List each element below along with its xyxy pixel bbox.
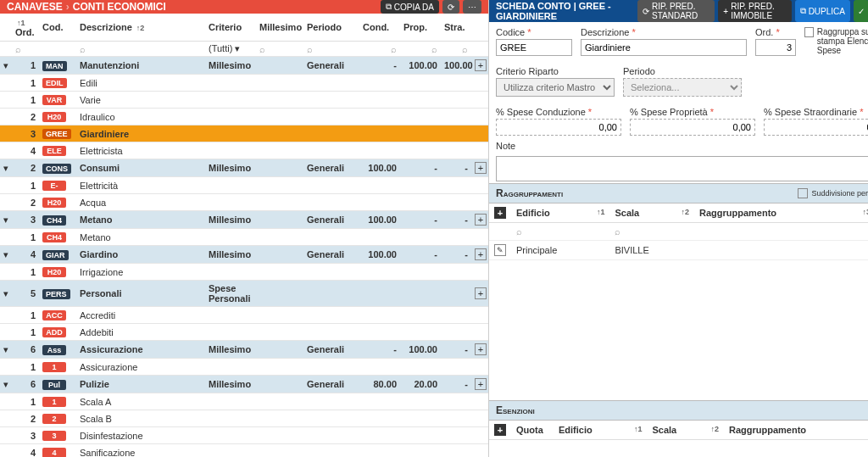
expand-toggle[interactable]: ▾ [0,341,12,359]
add-child-button[interactable]: + [475,214,487,226]
search-ord[interactable]: ⌕ [15,44,21,54]
stra-input[interactable] [764,119,868,136]
expand-toggle[interactable]: ▾ [0,211,12,229]
expand-toggle[interactable]: ▾ [0,246,12,264]
child-row[interactable]: 1E-Elettricità [0,177,488,194]
col-prop[interactable]: Prop. [400,14,441,42]
master-row[interactable]: ▾1MANManutenzioniMillesimoGenerali-100.0… [0,57,488,75]
ragg-search-edif[interactable]: ⌕ [516,226,522,237]
col-crit[interactable]: Criterio [205,14,256,42]
search-mill[interactable]: ⌕ [259,44,265,54]
child-row[interactable]: 11Scala A [0,393,488,410]
add-child-button[interactable]: + [475,343,487,355]
menu-button[interactable]: ⋯ [463,0,481,14]
child-row[interactable]: 1CH4Metano [0,229,488,246]
ragg-col-ragg[interactable]: Raggruppamento ↑3 [694,203,868,223]
save-button[interactable]: ✓ [854,0,868,22]
copia-da-button[interactable]: ⧉COPIA DA [381,0,439,14]
expand-toggle[interactable] [0,75,12,92]
search-desc[interactable]: ⌕ [80,44,86,54]
ragg-add-button[interactable]: + [494,207,506,219]
master-row[interactable]: ▾6AssAssicurazioneMillesimoGenerali-100.… [0,341,488,359]
expand-toggle[interactable] [0,92,12,109]
child-row[interactable]: 4ELEElettricista [0,142,488,159]
expand-toggle[interactable] [0,324,12,341]
search-prop[interactable]: ⌕ [431,44,437,54]
add-child-button[interactable]: + [475,248,487,260]
child-row[interactable]: 11Assicurazione [0,359,488,376]
add-child-button[interactable]: + [475,162,487,174]
search-stra[interactable]: ⌕ [462,44,468,54]
codice-input[interactable] [496,39,572,56]
master-row[interactable]: ▾6PulPulizieMillesimoGenerali80.0020.00-… [0,376,488,393]
master-row[interactable]: ▾3CH4MetanoMillesimoGenerali100.00--+ [0,211,488,229]
expand-toggle[interactable] [0,393,12,410]
col-cod[interactable]: Cod. [39,14,76,42]
expand-toggle[interactable] [0,264,12,281]
ragg-edit-button[interactable]: ✎ [494,244,506,256]
child-row[interactable]: 44Sanificazione [0,444,488,458]
child-row[interactable]: 22Scala B [0,410,488,427]
master-row[interactable]: ▾4GIARGiardinoMillesimoGenerali100.00--+ [0,246,488,264]
col-desc[interactable]: Descrizione ↑2 [76,14,205,42]
expand-toggle[interactable]: ▾ [0,57,12,75]
expand-toggle[interactable]: ▾ [0,376,12,393]
rip-pred-standard-button[interactable]: ⟳RIP. PRED. STANDARD [637,0,715,22]
col-ord[interactable]: ↑1 Ord. [12,14,39,42]
subd-checkbox[interactable] [798,188,808,198]
raggr-checkbox[interactable] [804,27,814,37]
col-cond[interactable]: Cond. [359,14,400,42]
descr-input[interactable] [581,39,747,56]
ragg-row[interactable]: ✎ Principale BIVILLE 🗑 [489,241,868,260]
expand-toggle[interactable] [0,410,12,427]
add-child-button[interactable]: + [475,59,487,71]
expand-toggle[interactable]: ▾ [0,159,12,177]
child-row[interactable]: 3GREEGiardiniere [0,125,488,142]
child-row[interactable]: 1ACCAccrediti [0,307,488,324]
esenz-add-button[interactable]: + [494,424,506,436]
esenz-col-ragg[interactable]: Raggruppamento ↑3 [724,421,868,440]
expand-toggle[interactable] [0,359,12,376]
esenz-col-quota[interactable]: Quota [511,421,554,440]
master-row[interactable]: ▾2CONSConsumiMillesimoGenerali100.00--+ [0,159,488,177]
esenz-col-edif[interactable]: Edificio ↑1 [554,421,647,440]
expand-toggle[interactable] [0,177,12,194]
expand-toggle[interactable] [0,109,12,125]
expand-toggle[interactable] [0,307,12,324]
child-row[interactable]: 33Disinfestazione [0,427,488,444]
col-mill[interactable]: Millesimo [256,14,303,42]
ragg-col-scala[interactable]: Scala ↑2 [609,203,694,223]
expand-toggle[interactable]: ▾ [0,281,12,307]
rip-pred-immobile-button[interactable]: +RIP. PRED. IMMOBILE [718,0,791,22]
ragg-search-scala[interactable]: ⌕ [615,226,620,237]
child-row[interactable]: 2H20Idraulico [0,109,488,125]
search-cond[interactable]: ⌕ [391,44,397,54]
search-per[interactable]: ⌕ [307,44,313,54]
expand-toggle[interactable] [0,142,12,159]
master-row[interactable]: ▾5PERSPersonaliSpese Personali+ [0,281,488,307]
add-child-button[interactable]: + [475,378,487,390]
child-row[interactable]: 2H20Acqua [0,194,488,211]
esenz-col-scala[interactable]: Scala ↑2 [647,421,724,440]
crit-select[interactable]: Utilizza criterio Mastro [496,78,615,97]
child-row[interactable]: 1H20Irrigazione [0,264,488,281]
child-row[interactable]: 1ADDAddebiti [0,324,488,341]
col-per[interactable]: Periodo [303,14,359,42]
add-child-button[interactable]: + [475,287,487,299]
expand-toggle[interactable] [0,194,12,211]
ragg-col-edif[interactable]: Edificio ↑1 [511,203,609,223]
periodo-select[interactable]: Seleziona... [623,78,742,97]
filter-crit[interactable]: (Tutti) ▾ [205,42,256,57]
refresh-button[interactable]: ⟳ [442,0,459,14]
note-input[interactable] [496,156,868,181]
col-stra[interactable]: Stra. [441,14,471,42]
expand-toggle[interactable] [0,125,12,142]
prop-input[interactable] [630,119,755,136]
expand-toggle[interactable] [0,229,12,246]
duplica-button[interactable]: ⧉DUPLICA [795,0,850,22]
child-row[interactable]: 1VARVarie [0,92,488,109]
expand-toggle[interactable] [0,444,12,458]
cond-input[interactable] [496,119,621,136]
child-row[interactable]: 1EDILEdili [0,75,488,92]
expand-toggle[interactable] [0,427,12,444]
